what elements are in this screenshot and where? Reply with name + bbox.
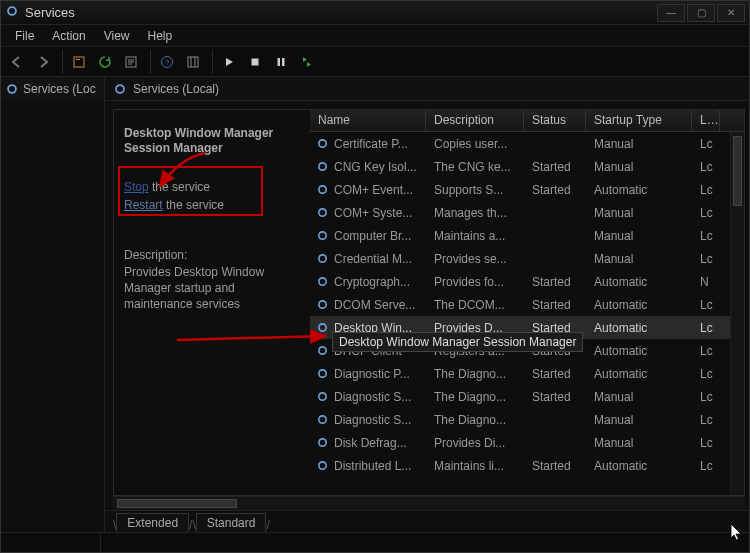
tree-root[interactable]: Services (Loc — [1, 77, 104, 101]
col-header-description[interactable]: Description — [426, 110, 524, 131]
cell-startup: Manual — [590, 137, 696, 151]
cell-name: Credential M... — [330, 252, 430, 266]
col-header-startup[interactable]: Startup Type — [586, 110, 692, 131]
menu-view[interactable]: View — [96, 27, 138, 45]
col-header-logon[interactable]: Lo — [692, 110, 720, 131]
svg-rect-3 — [76, 59, 80, 60]
svg-rect-10 — [282, 58, 285, 66]
cell-startup: Automatic — [590, 344, 696, 358]
cell-status: Started — [528, 390, 590, 404]
cell-name: Certificate P... — [330, 137, 430, 151]
menu-file[interactable]: File — [7, 27, 42, 45]
right-pane-header: Services (Local) — [105, 77, 749, 101]
cell-logon: Lc — [696, 206, 720, 220]
cell-startup: Automatic — [590, 275, 696, 289]
table-row[interactable]: CNG Key Isol...The CNG ke...StartedManua… — [310, 155, 744, 178]
svg-point-36 — [321, 372, 323, 374]
services-icon — [5, 4, 19, 21]
svg-point-40 — [321, 418, 323, 420]
back-button[interactable] — [5, 50, 29, 74]
refresh-icon[interactable] — [93, 50, 117, 74]
gear-icon — [314, 298, 330, 311]
col-header-name[interactable]: Name — [310, 110, 426, 131]
table-row[interactable]: Diagnostic P...The Diagno...StartedAutom… — [310, 362, 744, 385]
gear-icon — [314, 275, 330, 288]
svg-point-38 — [321, 395, 323, 397]
svg-point-20 — [321, 188, 323, 190]
cell-description: The Diagno... — [430, 367, 528, 381]
cell-status: Started — [528, 160, 590, 174]
cell-description: Provides fo... — [430, 275, 528, 289]
help-icon[interactable]: ? — [155, 50, 179, 74]
close-button[interactable]: ✕ — [717, 4, 745, 22]
cell-startup: Manual — [590, 436, 696, 450]
table-row[interactable]: Diagnostic S...The Diagno...ManualLc — [310, 408, 744, 431]
menubar: File Action View Help — [1, 25, 749, 47]
gear-icon — [314, 206, 330, 219]
table-row[interactable]: Credential M...Provides se...ManualLc — [310, 247, 744, 270]
svg-point-44 — [321, 464, 323, 466]
cell-startup: Manual — [590, 229, 696, 243]
cell-name: COM+ Syste... — [330, 206, 430, 220]
cell-status: Started — [528, 459, 590, 473]
table-row[interactable]: Distributed L...Maintains li...StartedAu… — [310, 454, 744, 477]
cell-name: DCOM Serve... — [330, 298, 430, 312]
forward-button[interactable] — [31, 50, 55, 74]
tooltip: Desktop Window Manager Session Manager — [332, 332, 583, 352]
vertical-scrollbar[interactable] — [730, 132, 744, 495]
cell-description: Maintains a... — [430, 229, 528, 243]
table-row[interactable]: COM+ Event...Supports S...StartedAutomat… — [310, 178, 744, 201]
columns-icon[interactable] — [181, 50, 205, 74]
cell-logon: N — [696, 275, 720, 289]
menu-action[interactable]: Action — [44, 27, 93, 45]
gear-icon — [314, 160, 330, 173]
cell-description: Supports S... — [430, 183, 528, 197]
svg-point-42 — [321, 441, 323, 443]
restart-icon[interactable] — [295, 50, 319, 74]
cell-startup: Automatic — [590, 298, 696, 312]
export-list-icon[interactable] — [119, 50, 143, 74]
cell-logon: Lc — [696, 229, 720, 243]
col-header-status[interactable]: Status — [524, 110, 586, 131]
horizontal-scrollbar[interactable] — [113, 496, 745, 510]
view-tabs: \ Extended /\ Standard / — [105, 510, 749, 532]
svg-point-1 — [11, 10, 14, 13]
tab-standard[interactable]: Standard — [196, 513, 267, 532]
cell-status: Started — [528, 367, 590, 381]
cell-description: Maintains li... — [430, 459, 528, 473]
gear-icon — [314, 321, 330, 334]
restart-suffix: the service — [163, 198, 224, 212]
restart-service-link[interactable]: Restart — [124, 198, 163, 212]
cell-logon: Lc — [696, 137, 720, 151]
tab-extended[interactable]: Extended — [116, 513, 189, 532]
gear-icon — [314, 390, 330, 403]
menu-help[interactable]: Help — [140, 27, 181, 45]
properties-icon[interactable] — [67, 50, 91, 74]
table-row[interactable]: Computer Br...Maintains a...ManualLc — [310, 224, 744, 247]
cell-logon: Lc — [696, 436, 720, 450]
play-icon[interactable] — [217, 50, 241, 74]
maximize-button[interactable]: ▢ — [687, 4, 715, 22]
cell-name: Disk Defrag... — [330, 436, 430, 450]
stop-icon[interactable] — [243, 50, 267, 74]
pause-icon[interactable] — [269, 50, 293, 74]
cell-description: Manages th... — [430, 206, 528, 220]
table-row[interactable]: Cryptograph...Provides fo...StartedAutom… — [310, 270, 744, 293]
cell-startup: Manual — [590, 160, 696, 174]
cell-description: The Diagno... — [430, 390, 528, 404]
table-row[interactable]: Disk Defrag...Provides Di...ManualLc — [310, 431, 744, 454]
table-row[interactable]: DCOM Serve...The DCOM...StartedAutomatic… — [310, 293, 744, 316]
window-title: Services — [25, 5, 657, 20]
table-row[interactable]: Diagnostic S...The Diagno...StartedManua… — [310, 385, 744, 408]
grid-header: Name Description Status Startup Type Lo — [310, 110, 744, 132]
minimize-button[interactable]: — — [657, 4, 685, 22]
table-row[interactable]: Certificate P...Copies user...ManualLc — [310, 132, 744, 155]
table-row[interactable]: COM+ Syste...Manages th...ManualLc — [310, 201, 744, 224]
titlebar: Services — ▢ ✕ — [1, 1, 749, 25]
stop-service-link[interactable]: Stop — [124, 180, 149, 194]
cell-startup: Manual — [590, 413, 696, 427]
cell-name: COM+ Event... — [330, 183, 430, 197]
gear-icon — [314, 252, 330, 265]
toolbar: ? — [1, 47, 749, 77]
svg-point-12 — [11, 88, 14, 91]
